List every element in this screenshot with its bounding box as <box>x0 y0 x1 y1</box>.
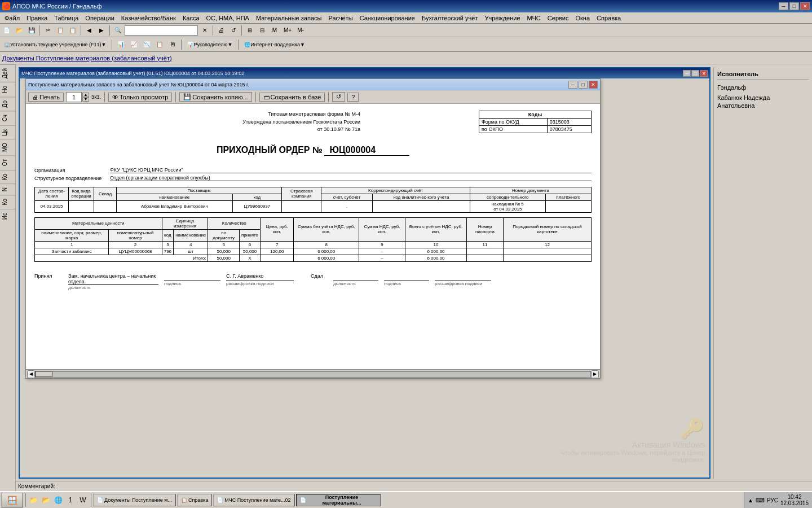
menu-windows[interactable]: Окна <box>572 14 594 22</box>
save-button[interactable]: 💾 <box>26 25 37 36</box>
m-plus-button[interactable]: M+ <box>281 25 294 36</box>
tray-clock: 10:42 12.03.2015 <box>780 494 809 506</box>
spin-up-btn[interactable]: ▲ <box>82 93 89 97</box>
refresh-doc-button[interactable]: ↺ <box>332 92 345 102</box>
menu-treasury[interactable]: Казначейство/Банк <box>118 14 179 22</box>
address-label[interactable]: Документы Поступление материалов (забала… <box>2 55 172 62</box>
start-button[interactable]: 🪟 <box>1 493 23 507</box>
maximize-button[interactable]: □ <box>789 2 799 10</box>
doc-sep-2 <box>175 92 176 102</box>
menu-operations[interactable]: Операции <box>82 14 117 22</box>
cell-insurance <box>282 200 321 212</box>
menu-sanction[interactable]: Санкционирование <box>356 14 418 22</box>
sort-button[interactable]: ⊟ <box>257 25 268 36</box>
doc-close-btn[interactable]: ✕ <box>589 81 598 89</box>
view-only-button[interactable]: 👁 Только просмотр <box>108 93 172 102</box>
left-tab-0[interactable]: Дей <box>0 64 15 82</box>
scroll-thumb[interactable] <box>36 371 52 377</box>
form-ref-line1: Типовая межотраслевая форма № М-4 <box>242 111 360 119</box>
various-btn1[interactable]: 📊 <box>115 39 126 50</box>
scroll-left-btn[interactable]: ◀ <box>27 370 35 378</box>
doc-maximize-btn[interactable]: □ <box>579 81 588 89</box>
left-tab-5[interactable]: МО <box>0 139 15 155</box>
menu-file[interactable]: Файл <box>1 14 23 22</box>
paste-button[interactable]: 📋 <box>67 25 78 36</box>
internet-btn[interactable]: 🌐 Интернет-поддержка ▼ <box>241 39 308 50</box>
left-tab-9[interactable]: Ко <box>0 195 15 208</box>
left-tab-7[interactable]: Ко <box>0 170 15 183</box>
print-button[interactable]: 🖨 <box>215 25 227 36</box>
menu-edit[interactable]: Правка <box>23 14 51 22</box>
taskbar-item-0[interactable]: 📄 Документы Поступление м... <box>93 494 176 506</box>
search-button[interactable]: 🔍 <box>112 25 123 36</box>
various-btn5[interactable]: 🖹 <box>167 39 178 50</box>
copy-button[interactable]: 📋 <box>55 25 66 36</box>
left-tab-1[interactable]: Но <box>0 82 15 97</box>
scroll-right-btn[interactable]: ▶ <box>591 370 599 378</box>
taskbar-browser-btn[interactable]: 🌐 <box>52 494 64 506</box>
menu-mchs[interactable]: МЧС <box>524 14 544 22</box>
cell-sklad-num <box>503 248 591 255</box>
h-scrollbar[interactable] <box>35 371 591 378</box>
doc-print-button[interactable]: 🖨 Печать <box>28 93 64 102</box>
institution-btn[interactable]: 🏢 Установить текущее учреждение (F11) ▼ <box>1 39 109 50</box>
left-tab-6[interactable]: От <box>0 155 15 169</box>
rukovod-btn[interactable]: 📊 Руководителю ▼ <box>184 39 235 50</box>
left-tab-8[interactable]: N <box>0 183 15 195</box>
cut-button[interactable]: ✂ <box>42 25 54 36</box>
struct-label: Структурное подразделение <box>34 176 108 181</box>
taskbar-item-2[interactable]: 📄 МЧС Поступление мате...02 <box>213 494 294 506</box>
refresh-button[interactable]: ↺ <box>228 25 239 36</box>
m-minus-button[interactable]: M- <box>295 25 306 36</box>
cell-doc-soprovod: накладная № 5 от 04.03.2015 <box>470 200 545 212</box>
taskbar-item-1[interactable]: 📋 Справка <box>177 494 212 506</box>
left-tab-3[interactable]: Сч <box>0 111 15 125</box>
search-input[interactable] <box>125 25 198 36</box>
menu-os[interactable]: ОС, НМА, НПА <box>203 14 253 22</box>
menu-institution[interactable]: Учреждение <box>481 14 523 22</box>
th-sup-code: код <box>232 194 282 200</box>
left-tab-4[interactable]: Цк <box>0 125 15 139</box>
menu-table[interactable]: Таблица <box>51 14 82 22</box>
back-button[interactable]: ◀ <box>83 25 95 36</box>
outer-minimize-btn[interactable]: ─ <box>683 70 691 77</box>
search-go-button[interactable]: ✕ <box>199 25 210 36</box>
save-copy-button[interactable]: 💾 Сохранить копию... <box>179 92 251 102</box>
help-doc-button[interactable]: ? <box>347 93 359 102</box>
open-button[interactable]: 📂 <box>14 25 25 36</box>
separator-1 <box>39 25 40 36</box>
menu-accounting[interactable]: Бухгалтерский учёт <box>418 14 481 22</box>
doc-minimize-btn[interactable]: ─ <box>568 81 577 89</box>
various-btn3[interactable]: 📉 <box>141 39 152 50</box>
menu-help[interactable]: Справка <box>593 14 624 22</box>
menu-bar: Файл Правка Таблица Операции Казначейств… <box>0 12 812 24</box>
new-button[interactable]: 📄 <box>1 25 12 36</box>
taskbar-files-btn[interactable]: 📂 <box>39 494 52 506</box>
menu-calculations[interactable]: Расчёты <box>325 14 356 22</box>
group-button[interactable]: M <box>269 25 280 36</box>
filter-button[interactable]: ⊞ <box>244 25 255 36</box>
taskbar-explorer-btn[interactable]: 📁 <box>27 494 39 506</box>
minimize-button[interactable]: ─ <box>779 2 788 10</box>
forward-button[interactable]: ▶ <box>96 25 107 36</box>
left-tab-2[interactable]: До <box>0 97 15 111</box>
outer-close-btn[interactable]: ✕ <box>700 70 708 77</box>
menu-materials[interactable]: Материальные запасы <box>253 14 325 22</box>
various-btn4[interactable]: 📋 <box>154 39 165 50</box>
save-db-button[interactable]: 🗃 Сохранить в базе <box>259 93 325 102</box>
comment-bar: Комментарий: <box>16 481 812 491</box>
menu-service[interactable]: Сервис <box>544 14 572 22</box>
taskbar-word-btn[interactable]: W <box>77 494 89 506</box>
menu-kassa[interactable]: Касса <box>179 14 203 22</box>
close-button[interactable]: ✕ <box>800 2 810 10</box>
left-tab-10[interactable]: Ис <box>0 209 15 223</box>
copies-input[interactable] <box>66 92 82 102</box>
sdal-podpis-label: подпись <box>384 281 429 286</box>
cell-sklad <box>94 200 117 212</box>
outer-maximize-btn[interactable]: □ <box>691 70 699 77</box>
th-mat-name: наименование, сорт, размер, марка <box>35 229 109 241</box>
various-btn2[interactable]: 📈 <box>128 39 139 50</box>
taskbar-1c-btn[interactable]: 1 <box>64 494 77 506</box>
taskbar-item-3[interactable]: 📄 Поступление материальны... <box>296 494 381 506</box>
spin-down-btn[interactable]: ▼ <box>82 97 89 102</box>
